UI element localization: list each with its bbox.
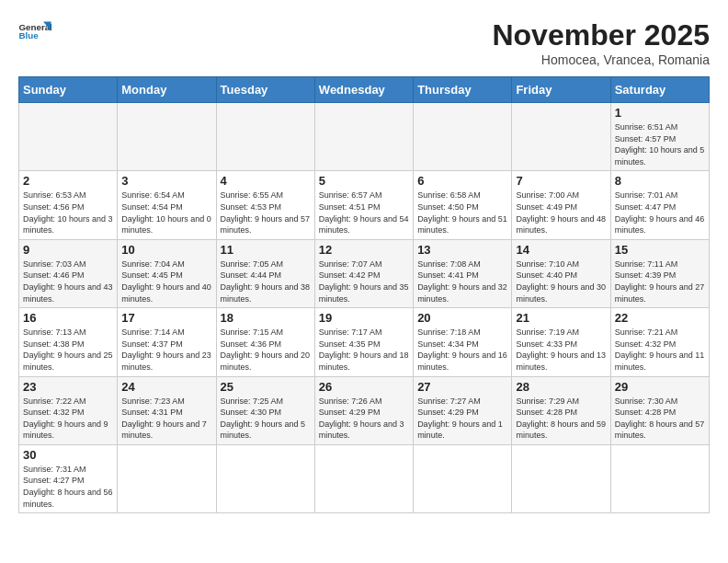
day-info: Sunrise: 7:29 AM Sunset: 4:28 PM Dayligh… — [516, 396, 606, 442]
calendar-day-cell: 2Sunrise: 6:53 AM Sunset: 4:56 PM Daylig… — [19, 171, 118, 239]
calendar-day-cell — [19, 103, 118, 171]
day-info: Sunrise: 7:13 AM Sunset: 4:38 PM Dayligh… — [23, 327, 113, 373]
day-number: 17 — [121, 311, 211, 325]
calendar-day-cell: 3Sunrise: 6:54 AM Sunset: 4:54 PM Daylig… — [118, 171, 216, 239]
day-info: Sunrise: 7:10 AM Sunset: 4:40 PM Dayligh… — [516, 259, 606, 304]
svg-text:Blue: Blue — [19, 30, 40, 40]
day-number: 12 — [319, 243, 409, 257]
calendar-day-cell: 8Sunrise: 7:01 AM Sunset: 4:47 PM Daylig… — [610, 171, 709, 239]
day-info: Sunrise: 6:54 AM Sunset: 4:54 PM Dayligh… — [121, 190, 211, 236]
day-number: 23 — [23, 380, 113, 394]
day-number: 29 — [615, 380, 705, 394]
day-number: 27 — [417, 380, 507, 394]
day-number: 2 — [23, 174, 113, 188]
header-wednesday: Wednesday — [314, 77, 413, 103]
header-thursday: Thursday — [414, 77, 512, 103]
calendar-day-cell — [314, 103, 413, 171]
calendar-day-cell: 5Sunrise: 6:57 AM Sunset: 4:51 PM Daylig… — [314, 171, 413, 239]
day-number: 5 — [319, 174, 409, 188]
calendar-week-row: 1Sunrise: 6:51 AM Sunset: 4:57 PM Daylig… — [19, 103, 710, 171]
calendar-day-cell — [118, 444, 216, 512]
day-info: Sunrise: 7:01 AM Sunset: 4:47 PM Dayligh… — [615, 190, 705, 236]
calendar-day-cell: 25Sunrise: 7:25 AM Sunset: 4:30 PM Dayli… — [216, 376, 314, 444]
calendar-day-cell: 12Sunrise: 7:07 AM Sunset: 4:42 PM Dayli… — [314, 239, 413, 307]
calendar-day-cell — [216, 103, 314, 171]
calendar-day-cell: 16Sunrise: 7:13 AM Sunset: 4:38 PM Dayli… — [19, 308, 118, 376]
day-number: 7 — [516, 174, 606, 188]
calendar-week-row: 16Sunrise: 7:13 AM Sunset: 4:38 PM Dayli… — [19, 308, 710, 376]
calendar-day-cell: 9Sunrise: 7:03 AM Sunset: 4:46 PM Daylig… — [19, 239, 118, 307]
calendar-day-cell: 22Sunrise: 7:21 AM Sunset: 4:32 PM Dayli… — [610, 308, 709, 376]
day-number: 15 — [615, 243, 705, 257]
day-info: Sunrise: 7:17 AM Sunset: 4:35 PM Dayligh… — [319, 327, 409, 373]
calendar-day-cell: 4Sunrise: 6:55 AM Sunset: 4:53 PM Daylig… — [216, 171, 314, 239]
calendar-day-cell: 28Sunrise: 7:29 AM Sunset: 4:28 PM Dayli… — [512, 376, 610, 444]
day-number: 18 — [221, 311, 311, 325]
calendar-day-cell: 27Sunrise: 7:27 AM Sunset: 4:29 PM Dayli… — [414, 376, 512, 444]
day-info: Sunrise: 7:07 AM Sunset: 4:42 PM Dayligh… — [319, 259, 409, 304]
day-info: Sunrise: 7:18 AM Sunset: 4:34 PM Dayligh… — [417, 327, 507, 373]
header-monday: Monday — [118, 77, 216, 103]
calendar-day-cell: 1Sunrise: 6:51 AM Sunset: 4:57 PM Daylig… — [610, 103, 709, 171]
day-info: Sunrise: 7:23 AM Sunset: 4:31 PM Dayligh… — [121, 396, 211, 442]
calendar-day-cell: 6Sunrise: 6:58 AM Sunset: 4:50 PM Daylig… — [414, 171, 512, 239]
header-tuesday: Tuesday — [216, 77, 314, 103]
day-info: Sunrise: 7:05 AM Sunset: 4:44 PM Dayligh… — [221, 259, 311, 304]
day-number: 1 — [615, 106, 705, 120]
day-number: 16 — [23, 311, 113, 325]
calendar-day-cell: 24Sunrise: 7:23 AM Sunset: 4:31 PM Dayli… — [118, 376, 216, 444]
title-area: November 2025 Homocea, Vrancea, Romania — [492, 18, 710, 67]
day-info: Sunrise: 7:15 AM Sunset: 4:36 PM Dayligh… — [221, 327, 311, 373]
day-info: Sunrise: 7:08 AM Sunset: 4:41 PM Dayligh… — [417, 259, 507, 304]
calendar-day-cell: 11Sunrise: 7:05 AM Sunset: 4:44 PM Dayli… — [216, 239, 314, 307]
day-info: Sunrise: 6:57 AM Sunset: 4:51 PM Dayligh… — [319, 190, 409, 236]
day-info: Sunrise: 6:55 AM Sunset: 4:53 PM Dayligh… — [221, 190, 311, 236]
calendar-week-row: 9Sunrise: 7:03 AM Sunset: 4:46 PM Daylig… — [19, 239, 710, 307]
day-info: Sunrise: 6:53 AM Sunset: 4:56 PM Dayligh… — [23, 190, 113, 236]
calendar-day-cell: 19Sunrise: 7:17 AM Sunset: 4:35 PM Dayli… — [314, 308, 413, 376]
day-number: 25 — [221, 380, 311, 394]
day-number: 9 — [23, 243, 113, 257]
calendar-week-row: 30Sunrise: 7:31 AM Sunset: 4:27 PM Dayli… — [19, 444, 710, 512]
calendar-day-cell — [414, 444, 512, 512]
day-info: Sunrise: 7:11 AM Sunset: 4:39 PM Dayligh… — [615, 259, 705, 304]
day-info: Sunrise: 7:00 AM Sunset: 4:49 PM Dayligh… — [516, 190, 606, 236]
day-info: Sunrise: 7:03 AM Sunset: 4:46 PM Dayligh… — [23, 259, 113, 304]
day-info: Sunrise: 7:04 AM Sunset: 4:45 PM Dayligh… — [121, 259, 211, 304]
day-number: 10 — [121, 243, 211, 257]
day-info: Sunrise: 7:21 AM Sunset: 4:32 PM Dayligh… — [615, 327, 705, 373]
header-sunday: Sunday — [19, 77, 118, 103]
calendar-day-cell: 30Sunrise: 7:31 AM Sunset: 4:27 PM Dayli… — [19, 444, 118, 512]
day-number: 4 — [221, 174, 311, 188]
calendar-day-cell: 21Sunrise: 7:19 AM Sunset: 4:33 PM Dayli… — [512, 308, 610, 376]
calendar-day-cell: 17Sunrise: 7:14 AM Sunset: 4:37 PM Dayli… — [118, 308, 216, 376]
day-number: 13 — [417, 243, 507, 257]
calendar-day-cell — [512, 444, 610, 512]
day-number: 21 — [516, 311, 606, 325]
day-number: 30 — [23, 448, 113, 462]
header-friday: Friday — [512, 77, 610, 103]
header: General Blue November 2025 Homocea, Vran… — [18, 18, 710, 67]
day-info: Sunrise: 7:19 AM Sunset: 4:33 PM Dayligh… — [516, 327, 606, 373]
calendar-subtitle: Homocea, Vrancea, Romania — [492, 52, 710, 67]
day-number: 14 — [516, 243, 606, 257]
logo: General Blue — [18, 18, 51, 44]
calendar-day-cell: 7Sunrise: 7:00 AM Sunset: 4:49 PM Daylig… — [512, 171, 610, 239]
day-number: 11 — [221, 243, 311, 257]
day-number: 22 — [615, 311, 705, 325]
calendar-day-cell — [512, 103, 610, 171]
day-number: 6 — [417, 174, 507, 188]
days-header-row: Sunday Monday Tuesday Wednesday Thursday… — [19, 77, 710, 103]
day-number: 20 — [417, 311, 507, 325]
day-info: Sunrise: 7:22 AM Sunset: 4:32 PM Dayligh… — [23, 396, 113, 442]
calendar-week-row: 23Sunrise: 7:22 AM Sunset: 4:32 PM Dayli… — [19, 376, 710, 444]
calendar-title: November 2025 — [492, 18, 710, 52]
day-info: Sunrise: 7:26 AM Sunset: 4:29 PM Dayligh… — [319, 396, 409, 442]
calendar-day-cell — [610, 444, 709, 512]
calendar-day-cell: 20Sunrise: 7:18 AM Sunset: 4:34 PM Dayli… — [414, 308, 512, 376]
calendar-day-cell — [118, 103, 216, 171]
calendar-day-cell: 10Sunrise: 7:04 AM Sunset: 4:45 PM Dayli… — [118, 239, 216, 307]
day-info: Sunrise: 6:58 AM Sunset: 4:50 PM Dayligh… — [417, 190, 507, 236]
day-number: 3 — [121, 174, 211, 188]
day-number: 28 — [516, 380, 606, 394]
